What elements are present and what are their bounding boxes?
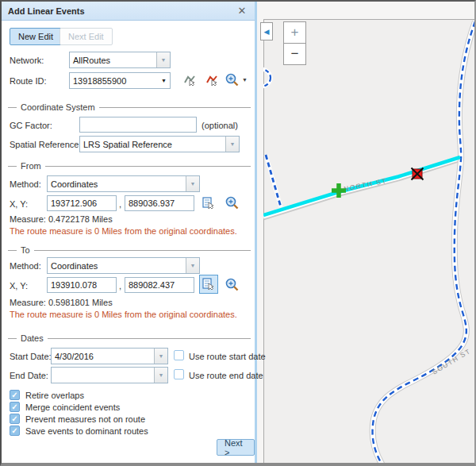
- to-warning-text: The route measure is 0 Miles from the or…: [10, 310, 237, 319]
- section-title: Coordinate System: [21, 102, 95, 112]
- section-from: From: [8, 161, 251, 171]
- to-pick-coordinates-button-active[interactable]: [199, 275, 218, 294]
- panel-titlebar: Add Linear Events: [2, 2, 255, 21]
- next-edit-button[interactable]: Next Edit: [60, 28, 113, 45]
- street-label-south: SOUTH ST: [431, 347, 472, 376]
- from-method-label: Method:: [10, 179, 41, 189]
- chevron-down-icon[interactable]: ▼: [154, 349, 167, 364]
- to-method-value: Coordinates: [48, 258, 186, 273]
- chevron-down-icon[interactable]: ▼: [186, 258, 199, 273]
- from-zoom-icon[interactable]: [225, 195, 240, 210]
- gc-factor-optional-hint: (optional): [202, 121, 238, 130]
- to-point-marker[interactable]: [412, 168, 424, 180]
- from-pick-coordinates-icon[interactable]: [202, 196, 216, 210]
- zoom-in-button[interactable]: +: [283, 21, 306, 44]
- check-icon: ✓: [11, 426, 17, 435]
- use-route-end-date-label: Use route end date: [189, 371, 263, 380]
- street-label-north: NORTH ST: [343, 177, 387, 193]
- section-to: To: [8, 245, 251, 255]
- select-route-icon[interactable]: [182, 73, 197, 87]
- spatial-reference-value: LRS Spatial Reference: [80, 137, 225, 152]
- panel-collapse-button[interactable]: ◀: [260, 22, 273, 40]
- from-warning-text: The route measure is 0 Miles from the or…: [10, 226, 237, 236]
- network-dropdown[interactable]: AllRoutes ▼: [69, 52, 171, 68]
- map-road-south: [373, 21, 474, 464]
- select-route-alt-icon[interactable]: [205, 73, 219, 87]
- merge-coincident-events-label: Merge coincident events: [25, 402, 120, 412]
- start-date-value[interactable]: 4/30/2016: [52, 349, 154, 364]
- from-measure-text: Measure: 0.4722178 Miles: [10, 214, 113, 224]
- from-y-input[interactable]: 889036.937: [125, 195, 194, 211]
- chevron-down-icon[interactable]: ▼: [186, 176, 199, 191]
- end-date-value[interactable]: [52, 368, 154, 383]
- to-y-input[interactable]: 889082.437: [125, 277, 194, 293]
- zoom-to-route-icon[interactable]: [225, 72, 240, 87]
- end-date-dropdown[interactable]: ▼: [51, 367, 168, 383]
- prevent-measures-checkbox[interactable]: ✓: [10, 414, 20, 424]
- to-xy-label: X, Y:: [10, 281, 28, 291]
- save-events-dominant-routes-label: Save events to dominant routes: [25, 426, 148, 436]
- map-zoom-control: + −: [283, 21, 306, 65]
- spatial-reference-dropdown[interactable]: LRS Spatial Reference ▼: [79, 136, 240, 152]
- to-x-input[interactable]: 193910.078: [47, 277, 117, 293]
- check-icon: ✓: [11, 391, 17, 399]
- to-method-label: Method:: [10, 261, 41, 271]
- to-zoom-icon[interactable]: [225, 277, 240, 292]
- from-xy-label: X, Y:: [10, 199, 28, 209]
- add-linear-events-panel: Add Linear Events ✕ New Edit Next Edit N…: [2, 2, 257, 463]
- retire-overlaps-checkbox[interactable]: ✓: [10, 390, 20, 400]
- route-id-combobox[interactable]: 13918855900 ▼: [69, 72, 171, 89]
- to-method-dropdown[interactable]: Coordinates ▼: [47, 257, 200, 274]
- use-route-end-date-checkbox[interactable]: [174, 369, 184, 379]
- route-id-label: Route ID:: [10, 76, 46, 86]
- next-button[interactable]: Next >: [217, 439, 255, 456]
- collapse-left-icon: ◀: [264, 28, 270, 36]
- panel-title: Add Linear Events: [8, 6, 85, 16]
- map-route-spur: [266, 155, 281, 207]
- check-icon: ✓: [11, 414, 17, 423]
- xy-comma: ,: [119, 199, 121, 209]
- use-route-start-date-label: Use route start date: [189, 352, 266, 361]
- chevron-down-icon[interactable]: ▼: [154, 368, 167, 383]
- save-events-dominant-routes-checkbox[interactable]: ✓: [10, 426, 20, 436]
- start-date-dropdown[interactable]: 4/30/2016 ▼: [51, 348, 168, 364]
- map-route-loop: [263, 69, 271, 87]
- retire-overlaps-label: Retire overlaps: [25, 391, 84, 400]
- app-window: NORTH ST SOUTH ST ◀ + − Add Linear Event…: [0, 0, 476, 466]
- map-graphics: NORTH ST SOUTH ST: [263, 19, 474, 464]
- spatial-reference-label: Spatial Reference:: [10, 140, 82, 149]
- section-title: Dates: [21, 333, 44, 343]
- use-route-start-date-checkbox[interactable]: [174, 350, 184, 360]
- chevron-down-icon[interactable]: ▼: [225, 137, 239, 152]
- xy-comma: ,: [119, 281, 121, 291]
- chevron-down-icon[interactable]: ▼: [156, 52, 170, 67]
- chevron-down-icon[interactable]: ▼: [158, 73, 170, 88]
- to-measure-text: Measure: 0.5981801 Miles: [10, 298, 113, 307]
- section-dates: Dates: [8, 333, 251, 343]
- network-label: Network:: [10, 56, 44, 65]
- check-icon: ✓: [11, 402, 17, 411]
- merge-coincident-events-checkbox[interactable]: ✓: [10, 402, 20, 412]
- zoom-options-caret-icon[interactable]: ▼: [242, 77, 248, 83]
- start-date-label: Start Date:: [10, 352, 52, 361]
- from-x-input[interactable]: 193712.906: [47, 195, 117, 211]
- route-id-value[interactable]: 13918855900: [70, 73, 158, 88]
- close-icon[interactable]: ✕: [236, 5, 248, 17]
- to-pick-coordinates-icon: [202, 277, 216, 291]
- zoom-out-button[interactable]: −: [283, 43, 306, 65]
- network-value: AllRoutes: [70, 52, 156, 67]
- gc-factor-label: GC Factor:: [10, 121, 52, 130]
- from-method-value: Coordinates: [48, 176, 186, 191]
- section-title: To: [21, 245, 30, 255]
- end-date-label: End Date:: [10, 371, 48, 380]
- from-method-dropdown[interactable]: Coordinates ▼: [47, 175, 200, 192]
- new-edit-button[interactable]: New Edit: [10, 28, 62, 45]
- prevent-measures-label: Prevent measures not on route: [25, 414, 145, 424]
- section-title: From: [21, 161, 41, 171]
- section-coordinate-system: Coordinate System: [8, 102, 251, 112]
- gc-factor-input[interactable]: [79, 117, 197, 133]
